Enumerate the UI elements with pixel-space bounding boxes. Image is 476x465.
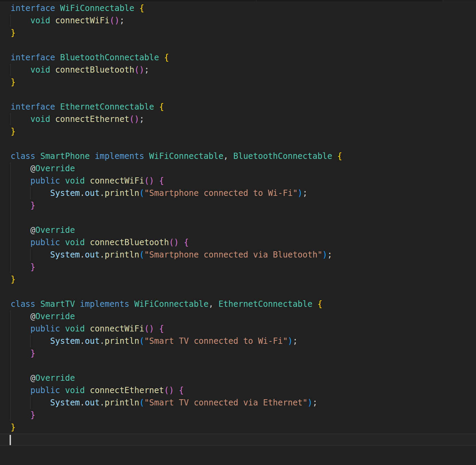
code-token: println xyxy=(105,398,139,407)
code-line[interactable]: } xyxy=(0,27,476,39)
code-line[interactable]: } xyxy=(0,421,476,433)
code-line[interactable] xyxy=(0,138,476,150)
code-token: Override xyxy=(35,373,75,383)
code-token: } xyxy=(11,201,35,210)
code-line[interactable]: } xyxy=(0,273,476,286)
code-line[interactable]: void connectEthernet(); xyxy=(0,113,476,125)
indent-guide xyxy=(10,323,11,335)
tab-bar-empty-area xyxy=(443,0,476,2)
code-line[interactable]: @Override xyxy=(0,224,476,236)
code-line[interactable] xyxy=(0,39,476,51)
code-token: SmartPhone xyxy=(40,151,95,161)
indent-guide xyxy=(10,397,11,409)
indent-guide xyxy=(10,64,11,76)
tab-separator xyxy=(443,0,443,2)
code-line[interactable]: class SmartTV implements WiFiConnectable… xyxy=(0,298,476,310)
code-line[interactable]: } xyxy=(0,409,476,421)
code-token: EthernetConnectable xyxy=(60,102,159,112)
code-line[interactable]: System.out.println("Smart TV connected t… xyxy=(0,335,476,347)
code-line[interactable]: @Override xyxy=(0,310,476,323)
indent-guide xyxy=(10,236,11,249)
code-token: () { xyxy=(169,238,189,247)
code-token: out xyxy=(85,336,100,346)
code-token: public xyxy=(11,386,65,395)
code-token: ; xyxy=(303,188,308,198)
code-line[interactable]: } xyxy=(0,347,476,360)
code-line[interactable]: @Override xyxy=(0,162,476,175)
indent-guide xyxy=(30,249,30,261)
code-line[interactable]: System.out.println("Smartphone connected… xyxy=(0,249,476,261)
code-token: } xyxy=(11,28,15,38)
code-token: connectWiFi xyxy=(90,176,144,186)
code-token: { xyxy=(164,53,169,62)
code-token: interface xyxy=(11,102,60,112)
indent-guide xyxy=(10,310,11,323)
code-line[interactable]: public void connectBluetooth() { xyxy=(0,236,476,249)
code-line[interactable]: public void connectEthernet() { xyxy=(0,384,476,397)
code-token: void xyxy=(65,324,90,334)
tab-separator xyxy=(256,0,256,2)
code-token: class xyxy=(11,151,40,161)
code-token: Override xyxy=(35,164,75,173)
code-line[interactable]: } xyxy=(0,76,476,88)
code-token: () { xyxy=(144,324,164,334)
code-token: . xyxy=(100,250,104,260)
code-token: "Smartphone connected to Wi-Fi" xyxy=(144,188,298,198)
code-token: connectBluetooth xyxy=(55,65,134,75)
code-line[interactable]: class SmartPhone implements WiFiConnecta… xyxy=(0,150,476,162)
code-line[interactable]: void connectWiFi(); xyxy=(0,14,476,27)
code-line[interactable] xyxy=(0,212,476,224)
code-line[interactable]: void connectBluetooth(); xyxy=(0,64,476,76)
code-line[interactable]: @Override xyxy=(0,372,476,384)
code-token: System xyxy=(11,398,80,407)
text-cursor xyxy=(10,435,11,445)
code-token: SmartTV xyxy=(40,299,80,309)
code-token: , xyxy=(209,299,218,309)
indent-guide xyxy=(10,360,11,372)
code-line[interactable] xyxy=(0,88,476,101)
code-token: BluetoothConnectable xyxy=(60,53,164,62)
code-line[interactable]: System.out.println("Smartphone connected… xyxy=(0,187,476,199)
code-line[interactable]: public void connectWiFi() { xyxy=(0,175,476,187)
code-token: . xyxy=(80,336,85,346)
code-token: . xyxy=(100,188,104,198)
code-token: connectEthernet xyxy=(90,386,164,395)
code-token: "Smartphone connected via Bluetooth" xyxy=(144,250,322,260)
code-token: out xyxy=(85,188,100,198)
indent-guide xyxy=(10,409,11,421)
code-token: { xyxy=(159,102,164,112)
indent-guide xyxy=(10,224,11,236)
code-token: "Smart TV connected to Wi-Fi" xyxy=(144,336,288,346)
code-line[interactable]: } xyxy=(0,261,476,273)
indent-guide xyxy=(10,175,11,187)
code-token: } xyxy=(11,423,15,432)
code-line[interactable]: interface WiFiConnectable { xyxy=(0,2,476,14)
code-token: } xyxy=(11,349,35,358)
code-line[interactable] xyxy=(0,433,476,446)
code-token: void xyxy=(65,386,90,395)
code-token: public xyxy=(11,176,65,186)
code-line[interactable] xyxy=(0,286,476,298)
code-token: interface xyxy=(11,53,60,62)
code-token: implements xyxy=(95,151,149,161)
code-line[interactable]: System.out.println("Smart TV connected v… xyxy=(0,397,476,409)
code-token: out xyxy=(85,250,100,260)
code-token: () xyxy=(110,16,120,25)
code-token: println xyxy=(105,188,139,198)
code-token: . xyxy=(100,398,104,407)
code-token: ) xyxy=(308,398,312,407)
code-editor[interactable]: interface WiFiConnectable { void connect… xyxy=(0,2,476,446)
indent-guide xyxy=(10,347,11,360)
code-line[interactable]: public void connectWiFi() { xyxy=(0,323,476,335)
code-line[interactable]: } xyxy=(0,199,476,212)
code-token: void xyxy=(65,176,90,186)
code-token: , xyxy=(223,151,233,161)
indent-guide xyxy=(10,372,11,384)
code-token: void xyxy=(11,65,55,75)
code-line[interactable]: } xyxy=(0,125,476,138)
code-line[interactable] xyxy=(0,360,476,372)
code-token: @ xyxy=(11,225,35,235)
code-line[interactable]: interface EthernetConnectable { xyxy=(0,101,476,113)
code-token: Override xyxy=(35,225,75,235)
code-line[interactable]: interface BluetoothConnectable { xyxy=(0,51,476,64)
